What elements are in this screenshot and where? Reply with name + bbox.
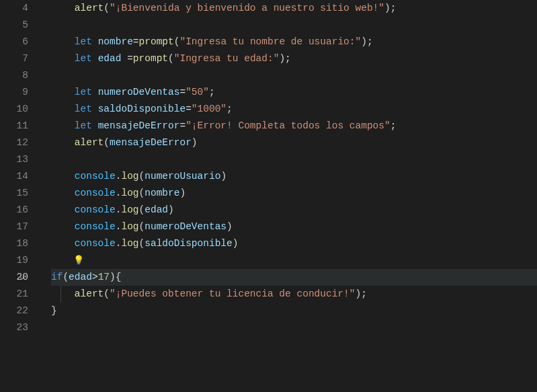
code-line[interactable] bbox=[51, 17, 537, 34]
token-var: nombre bbox=[144, 188, 179, 198]
line-number: 15 bbox=[0, 185, 28, 202]
line-number: 17 bbox=[0, 219, 28, 235]
code-line[interactable]: } bbox=[51, 303, 537, 319]
line-number-gutter: 4567891011121314151617181920212223 bbox=[0, 0, 42, 392]
token-pun: ) bbox=[361, 36, 367, 47]
token-pun: ; bbox=[285, 53, 291, 64]
token-pun: } bbox=[51, 305, 57, 316]
token-pun bbox=[92, 36, 98, 47]
token-pun: ( bbox=[139, 238, 145, 249]
token-str: "¡Bienvenida y bienvenido a nuestro siti… bbox=[110, 3, 384, 13]
token-pun: ( bbox=[63, 272, 69, 282]
code-line[interactable]: console.log(numeroUsuario) bbox=[51, 168, 537, 185]
token-fn: alert bbox=[75, 288, 104, 299]
token-var: edad bbox=[144, 204, 168, 215]
token-pun: ; bbox=[361, 288, 367, 299]
token-pun: ; bbox=[209, 87, 215, 97]
line-number: 13 bbox=[0, 151, 28, 168]
code-line[interactable] bbox=[51, 151, 537, 168]
token-pun bbox=[92, 87, 98, 97]
line-number: 12 bbox=[0, 134, 28, 151]
lightbulb-icon[interactable]: 💡 bbox=[73, 252, 84, 269]
token-fn: prompt bbox=[139, 36, 174, 47]
code-line[interactable]: let mensajeDeError="¡Error! Completa tod… bbox=[51, 118, 537, 134]
token-pun: ) bbox=[233, 238, 239, 249]
code-area[interactable]: alert("¡Bienvenida y bienvenido a nuestr… bbox=[42, 0, 537, 392]
code-line[interactable]: 💡 bbox=[51, 252, 537, 269]
token-kw: let bbox=[75, 36, 92, 47]
token-var: numeroUsuario bbox=[144, 171, 220, 182]
token-pun bbox=[92, 53, 98, 64]
code-line[interactable]: let numeroDeVentas="50"; bbox=[51, 84, 537, 101]
token-op: = bbox=[133, 36, 139, 47]
indent-guide bbox=[60, 286, 61, 303]
token-var: mensajeDeError bbox=[98, 120, 180, 131]
code-line[interactable]: console.log(saldoDisponible) bbox=[51, 235, 537, 252]
code-line[interactable]: alert(mensajeDeError) bbox=[51, 134, 537, 151]
code-line[interactable]: let nombre=prompt("Ingresa tu nombre de … bbox=[51, 34, 537, 50]
token-obj: console bbox=[75, 204, 116, 215]
token-pun: ; bbox=[226, 104, 233, 114]
token-fn: prompt bbox=[133, 53, 168, 64]
token-op: = bbox=[127, 53, 133, 64]
token-var: saldoDisponible bbox=[144, 238, 233, 249]
line-number: 18 bbox=[0, 235, 28, 252]
token-var: numeroDeVentas bbox=[144, 221, 226, 232]
line-number: 19 bbox=[0, 252, 28, 269]
chevron-down-icon[interactable] bbox=[17, 269, 27, 286]
token-kw: let bbox=[75, 87, 92, 97]
token-pun: ) bbox=[110, 272, 116, 282]
code-line[interactable]: alert("¡Bienvenida y bienvenido a nuestr… bbox=[51, 0, 537, 17]
token-pun: { bbox=[116, 272, 122, 282]
token-var: saldoDisponible bbox=[98, 104, 186, 114]
token-kw: let bbox=[75, 53, 92, 64]
token-fn: alert bbox=[75, 3, 104, 13]
token-str: "Ingresa tu edad:" bbox=[174, 53, 280, 64]
token-op: = bbox=[179, 120, 185, 131]
line-number: 9 bbox=[0, 84, 28, 101]
token-op: = bbox=[185, 104, 192, 114]
token-pun: ( bbox=[139, 188, 145, 198]
line-number: 7 bbox=[0, 50, 28, 67]
code-line[interactable] bbox=[51, 67, 537, 84]
code-line[interactable]: let saldoDisponible="1000"; bbox=[51, 101, 537, 118]
token-pun: ( bbox=[168, 53, 174, 64]
token-op: = bbox=[179, 87, 185, 97]
token-pun: ( bbox=[139, 221, 145, 232]
token-pun bbox=[121, 53, 127, 64]
line-number: 21 bbox=[0, 286, 28, 303]
token-pun bbox=[92, 104, 98, 114]
token-pun: ( bbox=[104, 288, 110, 299]
token-obj: console bbox=[75, 171, 116, 182]
token-str: "¡Error! Completa todos los campos" bbox=[185, 120, 390, 131]
code-line[interactable]: let edad =prompt("Ingresa tu edad:"); bbox=[51, 50, 537, 67]
code-line[interactable]: console.log(numeroDeVentas) bbox=[51, 219, 537, 235]
token-var: edad bbox=[98, 53, 122, 64]
token-num: 17 bbox=[98, 272, 110, 282]
token-pun: ( bbox=[104, 3, 110, 13]
token-pun: ( bbox=[139, 171, 145, 182]
token-var: nombre bbox=[98, 36, 133, 47]
code-line[interactable]: if(edad>17){ bbox=[51, 269, 537, 286]
token-pun: ( bbox=[104, 137, 110, 148]
line-number: 16 bbox=[0, 202, 28, 219]
code-line[interactable] bbox=[51, 319, 537, 336]
token-pun: ) bbox=[384, 3, 390, 13]
line-number: 5 bbox=[0, 17, 28, 34]
token-str: "¡Puedes obtener tu licencia de conducir… bbox=[110, 288, 355, 299]
token-var: numeroDeVentas bbox=[98, 87, 180, 97]
code-line[interactable]: console.log(edad) bbox=[51, 202, 537, 219]
token-pun: ; bbox=[367, 36, 373, 47]
token-pun bbox=[92, 120, 98, 131]
code-line[interactable]: console.log(nombre) bbox=[51, 185, 537, 202]
code-editor[interactable]: 4567891011121314151617181920212223 alert… bbox=[0, 0, 537, 392]
code-line[interactable]: alert("¡Puedes obtener tu licencia de co… bbox=[51, 286, 537, 303]
token-pun: ) bbox=[356, 288, 362, 299]
token-fn: log bbox=[121, 171, 138, 182]
line-number: 4 bbox=[0, 0, 28, 17]
token-fn: log bbox=[121, 238, 138, 249]
line-number: 10 bbox=[0, 101, 28, 118]
token-obj: console bbox=[75, 238, 116, 249]
token-pun: ) bbox=[168, 204, 174, 215]
token-obj: console bbox=[75, 221, 116, 232]
